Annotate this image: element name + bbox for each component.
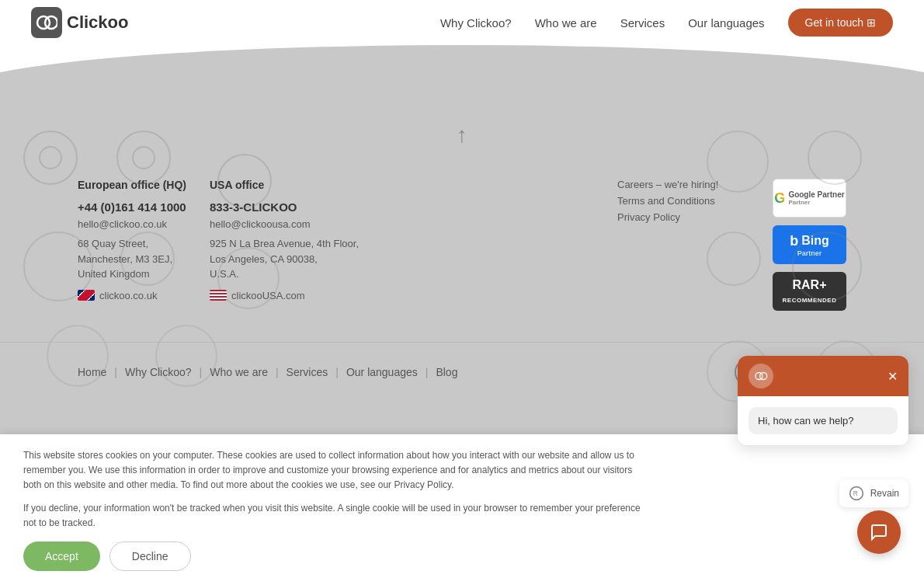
eu-office-phone: +44 (0)161 414 1000: [78, 200, 210, 214]
rar-badge: RAR+ RECOMMENDED: [773, 272, 846, 311]
nav-sep-3: |: [276, 366, 279, 378]
bing-partner-badge: b Bing Partner: [773, 225, 846, 264]
footer-content: European office (HQ) +44 (0)161 414 1000…: [0, 171, 924, 342]
nav-sep-2: |: [200, 366, 203, 378]
get-in-touch-button[interactable]: Get in touch ⊞: [788, 9, 893, 37]
main-nav: Why Clickoo? Who we are Services Our lan…: [440, 9, 893, 37]
uk-flag-icon: [78, 290, 95, 301]
chat-body: Hi, how can we help?: [738, 396, 908, 445]
nav-sep-4: |: [335, 366, 339, 378]
cookie-banner: This website stores cookies on your comp…: [0, 434, 924, 585]
revain-badge[interactable]: R Revain: [839, 479, 908, 507]
chat-bubble-button[interactable]: [857, 510, 901, 554]
nav-item-who-we-are[interactable]: Who we are: [535, 16, 597, 30]
cookie-text-primary: This website stores cookies on your comp…: [23, 448, 644, 493]
svg-point-1: [45, 16, 57, 29]
partner-badges: G Google Partner Partner b Bing Partner …: [773, 179, 846, 311]
revain-label: Revain: [870, 488, 899, 499]
logo-text: Clickoo: [67, 12, 128, 33]
bottom-nav-our-languages[interactable]: Our languages: [346, 366, 418, 378]
wave-divider: [0, 45, 924, 92]
nav-item-why-clickoo[interactable]: Why Clickoo?: [440, 16, 512, 30]
decline-cookies-button[interactable]: Decline: [109, 541, 191, 571]
svg-point-6: [760, 373, 767, 380]
eu-office-title: European office (HQ): [78, 179, 210, 191]
logo[interactable]: Clickoo: [31, 7, 128, 38]
bottom-nav-who-we-are[interactable]: Who we are: [210, 366, 268, 378]
logo-icon: [31, 7, 62, 38]
privacy-link[interactable]: Privacy Policy: [617, 211, 773, 223]
usa-office: USA office 833-3-CLICKOO hello@clickoous…: [210, 179, 359, 301]
nav-sep-1: |: [114, 366, 117, 378]
eu-office-email: hello@clickoo.co.uk: [78, 218, 210, 230]
accept-cookies-button[interactable]: Accept: [23, 541, 100, 571]
cookie-text-secondary: If you decline, your information won't b…: [23, 501, 644, 531]
chat-message: Hi, how can we help?: [749, 407, 898, 434]
eu-office-link[interactable]: clickoo.co.uk: [78, 290, 210, 301]
usa-office-link[interactable]: clickooUSA.com: [210, 290, 359, 301]
bottom-nav-services[interactable]: Services: [287, 366, 328, 378]
usa-office-phone: 833-3-CLICKOO: [210, 200, 359, 214]
chat-logo: [749, 364, 773, 388]
scroll-up[interactable]: ↑: [0, 107, 924, 171]
usa-office-email: hello@clickoousa.com: [210, 218, 359, 230]
usa-office-title: USA office: [210, 179, 359, 191]
cookie-buttons: Accept Decline: [23, 541, 901, 571]
chat-close-button[interactable]: ✕: [888, 369, 898, 384]
nav-sep-5: |: [426, 366, 429, 378]
us-flag-icon: [210, 290, 227, 301]
usa-office-address: 925 N La Brea Avenue, 4th Floor, Los Ang…: [210, 236, 359, 282]
nav-item-our-languages[interactable]: Our languages: [688, 16, 764, 30]
google-partner-badge: G Google Partner Partner: [773, 179, 846, 218]
careers-link[interactable]: Careers – we're hiring!: [617, 179, 773, 190]
legal-links: Careers – we're hiring! Terms and Condit…: [617, 179, 773, 228]
site-header: Clickoo Why Clickoo? Who we are Services…: [0, 0, 924, 45]
chat-widget: ✕ Hi, how can we help?: [738, 356, 908, 445]
bottom-nav-links: Home | Why Clickoo? | Who we are | Servi…: [78, 366, 457, 378]
terms-link[interactable]: Terms and Conditions: [617, 195, 773, 207]
chat-header: ✕: [738, 356, 908, 396]
svg-text:R: R: [853, 489, 857, 497]
scroll-up-arrow[interactable]: ↑: [457, 123, 467, 148]
eu-office: European office (HQ) +44 (0)161 414 1000…: [78, 179, 210, 301]
bottom-nav-home[interactable]: Home: [78, 366, 106, 378]
eu-office-address: 68 Quay Street, Manchester, M3 3EJ, Unit…: [78, 236, 210, 282]
bottom-nav-why-clickoo[interactable]: Why Clickoo?: [125, 366, 192, 378]
nav-item-services[interactable]: Services: [620, 16, 665, 30]
bottom-nav-blog[interactable]: Blog: [436, 366, 457, 378]
